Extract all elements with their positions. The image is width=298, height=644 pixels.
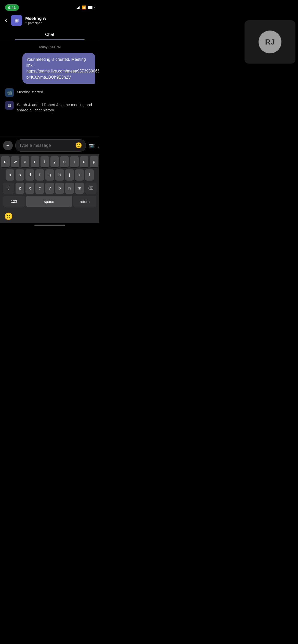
meeting-started-text: Meeting started: [17, 88, 94, 95]
mic-button[interactable]: 🎤: [97, 142, 99, 149]
key-h[interactable]: h: [55, 169, 64, 181]
system-message-meeting-started: 📹 Meeting started: [4, 88, 95, 97]
key-x[interactable]: x: [25, 183, 34, 194]
status-time: 9:41: [5, 4, 19, 11]
meeting-subtitle: 2 participan: [25, 21, 95, 25]
tab-bar: Chat: [0, 29, 99, 40]
keyboard: q w e r t y u i o p a s d f g h j k l ⇧ …: [0, 154, 99, 210]
key-o[interactable]: o: [80, 156, 89, 167]
camera-icon: 📹: [5, 88, 14, 97]
wifi-icon: 📶: [82, 5, 86, 9]
key-i[interactable]: i: [70, 156, 79, 167]
key-z[interactable]: z: [16, 183, 24, 194]
home-indicator: [0, 223, 99, 227]
chat-timestamp: Today 3:33 PM: [4, 45, 95, 49]
key-u[interactable]: u: [60, 156, 69, 167]
bottom-emoji-row: 🙂: [0, 210, 99, 223]
return-key[interactable]: return: [73, 196, 96, 207]
key-n[interactable]: n: [65, 183, 74, 194]
status-bar: 9:41 📶: [0, 0, 99, 13]
message-input[interactable]: [19, 143, 73, 148]
key-w[interactable]: w: [11, 156, 20, 167]
key-e[interactable]: e: [21, 156, 29, 167]
key-k[interactable]: k: [75, 169, 84, 181]
key-j[interactable]: j: [65, 169, 74, 181]
attachment-button[interactable]: +: [3, 141, 13, 150]
keyboard-row-2: a s d f g h j k l: [1, 169, 98, 181]
camera-button[interactable]: 📷: [88, 142, 95, 149]
message-bubble-wrap: Your meeting is created. Meeting link: h…: [4, 53, 95, 84]
key-p[interactable]: p: [90, 156, 98, 167]
key-q[interactable]: q: [1, 156, 10, 167]
emoji-button[interactable]: 🙂: [75, 142, 82, 149]
key-a[interactable]: a: [6, 169, 14, 181]
key-b[interactable]: b: [55, 183, 64, 194]
backspace-key[interactable]: ⌫: [85, 183, 97, 194]
key-t[interactable]: t: [40, 156, 49, 167]
back-button[interactable]: ‹: [4, 16, 8, 25]
key-y[interactable]: y: [50, 156, 59, 167]
key-c[interactable]: c: [35, 183, 44, 194]
tab-chat[interactable]: Chat: [0, 29, 99, 40]
home-indicator-bar: [34, 225, 65, 226]
meeting-avatar: ▦: [11, 15, 22, 26]
bottom-emoji-button[interactable]: 🙂: [4, 212, 13, 221]
input-bar: + 🙂 📷 🎤: [0, 137, 99, 154]
key-g[interactable]: g: [45, 169, 54, 181]
system-message-user-added: ▦ Sarah J. added Robert J. to the meetin…: [4, 100, 95, 113]
message-input-wrap: 🙂: [15, 139, 86, 152]
meeting-grid-icon: ▦: [5, 101, 14, 110]
battery-icon: [88, 6, 94, 9]
key-s[interactable]: s: [16, 169, 24, 181]
key-r[interactable]: r: [31, 156, 39, 167]
chat-area: Today 3:33 PM Your meeting is created. M…: [0, 40, 99, 137]
meeting-info: Meeting w 2 participan: [25, 16, 95, 25]
key-d[interactable]: d: [25, 169, 34, 181]
meeting-title: Meeting w: [25, 16, 66, 21]
shift-key[interactable]: ⇧: [3, 183, 14, 194]
key-f[interactable]: f: [35, 169, 44, 181]
status-icons: 📶: [76, 5, 94, 9]
signal-bars-icon: [76, 6, 80, 9]
keyboard-row-4: 123 space return: [1, 196, 98, 207]
message-bubble: Your meeting is created. Meeting link: h…: [22, 53, 95, 84]
top-nav: ‹ ▦ Meeting w 2 participan: [0, 13, 99, 28]
key-l[interactable]: l: [85, 169, 94, 181]
key-m[interactable]: m: [75, 183, 84, 194]
user-added-text: Sarah J. added Robert J. to the meeting …: [17, 100, 94, 113]
keyboard-row-1: q w e r t y u i o p: [1, 156, 98, 167]
key-v[interactable]: v: [45, 183, 54, 194]
meeting-link[interactable]: https://teams.live.com/meet/957395006666…: [26, 69, 99, 79]
keyboard-row-3: ⇧ z x c v b n m ⌫: [1, 183, 98, 194]
space-key[interactable]: space: [26, 196, 72, 207]
numbers-key[interactable]: 123: [3, 196, 25, 207]
